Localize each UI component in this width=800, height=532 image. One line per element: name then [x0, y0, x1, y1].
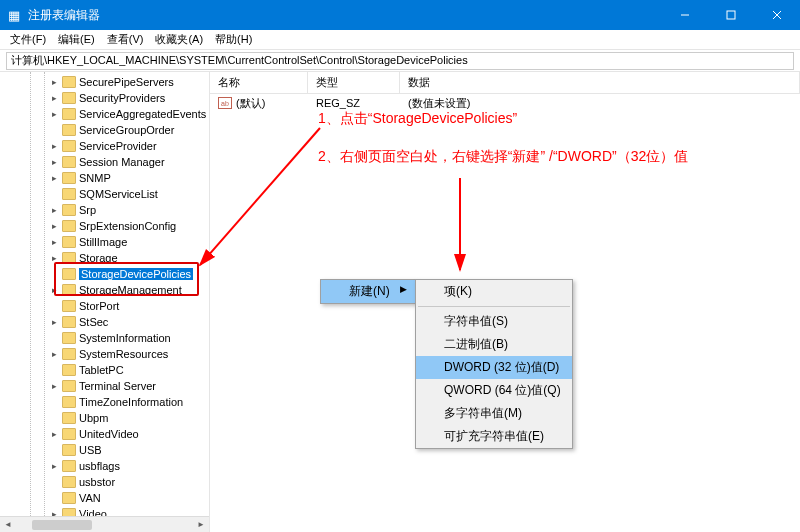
- tree-item[interactable]: ▸SecurePipeServers: [0, 74, 209, 90]
- tree-item-label: SQMServiceList: [79, 188, 158, 200]
- expand-icon[interactable]: ▸: [52, 174, 61, 183]
- expand-icon[interactable]: ▸: [52, 430, 61, 439]
- expand-icon[interactable]: ▸: [52, 206, 61, 215]
- tree-item[interactable]: ▸usbflags: [0, 458, 209, 474]
- expand-icon[interactable]: ▸: [52, 78, 61, 87]
- expand-icon[interactable]: ▸: [52, 318, 61, 327]
- tree-item[interactable]: ▸SrpExtensionConfig: [0, 218, 209, 234]
- tree-item-label: SrpExtensionConfig: [79, 220, 176, 232]
- menu-favorites[interactable]: 收藏夹(A): [149, 32, 209, 47]
- leaf-icon: [52, 398, 61, 407]
- tree-item[interactable]: ▸Session Manager: [0, 154, 209, 170]
- ctx-new[interactable]: 新建(N)▶: [321, 280, 415, 303]
- tree-item-label: usbstor: [79, 476, 115, 488]
- tree-item[interactable]: ▸UnitedVideo: [0, 426, 209, 442]
- menu-help[interactable]: 帮助(H): [209, 32, 258, 47]
- expand-icon[interactable]: ▸: [52, 110, 61, 119]
- leaf-icon: [52, 126, 61, 135]
- tree-item[interactable]: ▸StorageManagement: [0, 282, 209, 298]
- expand-icon[interactable]: ▸: [52, 222, 61, 231]
- tree-item[interactable]: VAN: [0, 490, 209, 506]
- context-submenu-new: 项(K) 字符串值(S) 二进制值(B) DWORD (32 位)值(D) QW…: [415, 279, 573, 449]
- tree-item[interactable]: ▸ServiceProvider: [0, 138, 209, 154]
- folder-icon: [62, 444, 76, 456]
- tree-item[interactable]: StorageDevicePolicies: [0, 266, 209, 282]
- tree-item-label: Terminal Server: [79, 380, 156, 392]
- tree-item-label: SystemInformation: [79, 332, 171, 344]
- window-title: 注册表编辑器: [28, 7, 662, 24]
- folder-icon: [62, 236, 76, 248]
- expand-icon[interactable]: ▸: [52, 238, 61, 247]
- folder-icon: [62, 140, 76, 152]
- col-name[interactable]: 名称: [210, 72, 308, 93]
- tree-item[interactable]: SQMServiceList: [0, 186, 209, 202]
- col-type[interactable]: 类型: [308, 72, 400, 93]
- tree-item[interactable]: ▸Terminal Server: [0, 378, 209, 394]
- tree-item-label: UnitedVideo: [79, 428, 139, 440]
- list-row-default[interactable]: ab(默认) REG_SZ (数值未设置): [210, 94, 800, 112]
- tree-hscrollbar[interactable]: ◄►: [0, 516, 209, 532]
- col-data[interactable]: 数据: [400, 72, 800, 93]
- value-pane[interactable]: 名称 类型 数据 ab(默认) REG_SZ (数值未设置) 新建(N)▶ 项(…: [210, 72, 800, 532]
- ctx-new-multi[interactable]: 多字符串值(M): [416, 402, 572, 425]
- expand-icon[interactable]: ▸: [52, 382, 61, 391]
- ctx-new-binary[interactable]: 二进制值(B): [416, 333, 572, 356]
- menu-file[interactable]: 文件(F): [4, 32, 52, 47]
- tree-item[interactable]: SystemInformation: [0, 330, 209, 346]
- tree-item-label: StSec: [79, 316, 108, 328]
- ctx-new-qword[interactable]: QWORD (64 位)值(Q): [416, 379, 572, 402]
- folder-icon: [62, 364, 76, 376]
- ctx-new-expand[interactable]: 可扩充字符串值(E): [416, 425, 572, 448]
- maximize-button[interactable]: [708, 0, 754, 30]
- tree-item[interactable]: ▸SystemResources: [0, 346, 209, 362]
- tree-item-label: StorPort: [79, 300, 119, 312]
- expand-icon[interactable]: ▸: [52, 286, 61, 295]
- tree-item-label: StillImage: [79, 236, 127, 248]
- leaf-icon: [52, 414, 61, 423]
- tree-item[interactable]: USB: [0, 442, 209, 458]
- ctx-new-dword[interactable]: DWORD (32 位)值(D): [416, 356, 572, 379]
- tree-item[interactable]: usbstor: [0, 474, 209, 490]
- tree-item[interactable]: StorPort: [0, 298, 209, 314]
- tree-item[interactable]: TabletPC: [0, 362, 209, 378]
- menu-view[interactable]: 查看(V): [101, 32, 150, 47]
- ctx-new-key[interactable]: 项(K): [416, 280, 572, 303]
- leaf-icon: [52, 270, 61, 279]
- folder-icon: [62, 316, 76, 328]
- tree-item[interactable]: ▸SecurityProviders: [0, 90, 209, 106]
- expand-icon[interactable]: ▸: [52, 94, 61, 103]
- submenu-arrow-icon: ▶: [400, 284, 407, 294]
- tree-item[interactable]: ▸StillImage: [0, 234, 209, 250]
- expand-icon[interactable]: ▸: [52, 142, 61, 151]
- tree-item-label: Storage: [79, 252, 118, 264]
- folder-icon: [62, 204, 76, 216]
- path-input[interactable]: [6, 52, 794, 70]
- tree-item[interactable]: ▸ServiceAggregatedEvents: [0, 106, 209, 122]
- menu-edit[interactable]: 编辑(E): [52, 32, 101, 47]
- expand-icon[interactable]: ▸: [52, 254, 61, 263]
- folder-icon: [62, 348, 76, 360]
- tree-item[interactable]: ▸SNMP: [0, 170, 209, 186]
- tree-item[interactable]: TimeZoneInformation: [0, 394, 209, 410]
- folder-icon: [62, 124, 76, 136]
- minimize-button[interactable]: [662, 0, 708, 30]
- folder-icon: [62, 156, 76, 168]
- tree-item[interactable]: Ubpm: [0, 410, 209, 426]
- folder-icon: [62, 380, 76, 392]
- close-button[interactable]: [754, 0, 800, 30]
- tree-item-label: SecurePipeServers: [79, 76, 174, 88]
- expand-icon[interactable]: ▸: [52, 158, 61, 167]
- expand-icon[interactable]: ▸: [52, 350, 61, 359]
- cell-name: (默认): [236, 96, 265, 111]
- tree-item[interactable]: ▸Storage: [0, 250, 209, 266]
- ctx-new-string[interactable]: 字符串值(S): [416, 310, 572, 333]
- expand-icon[interactable]: ▸: [52, 462, 61, 471]
- tree-item[interactable]: ServiceGroupOrder: [0, 122, 209, 138]
- tree-pane[interactable]: ▸SecurePipeServers▸SecurityProviders▸Ser…: [0, 72, 210, 532]
- folder-icon: [62, 428, 76, 440]
- tree-item[interactable]: ▸Srp: [0, 202, 209, 218]
- folder-icon: [62, 476, 76, 488]
- app-icon: ▦: [0, 8, 28, 23]
- folder-icon: [62, 252, 76, 264]
- tree-item[interactable]: ▸StSec: [0, 314, 209, 330]
